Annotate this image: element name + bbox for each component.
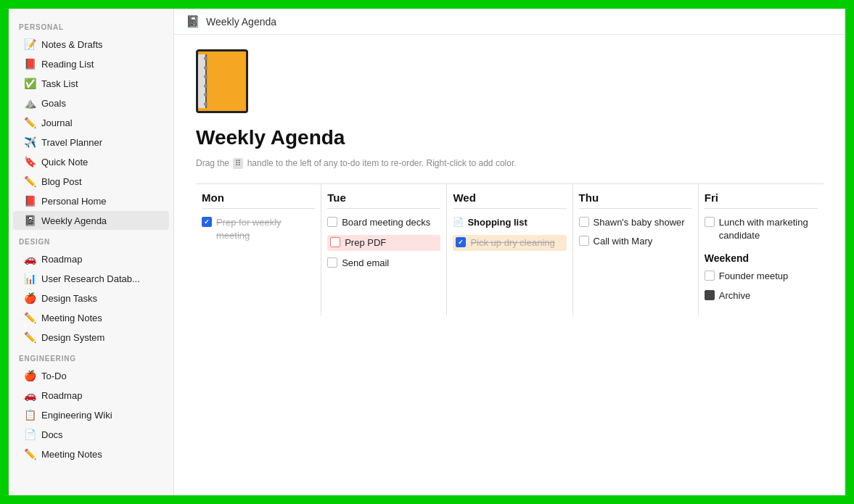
sidebar-item-engineering-wiki[interactable]: 📋 Engineering Wiki [13, 405, 169, 424]
task-list-icon: ✅ [23, 78, 36, 89]
design-roadmap-icon: 🚗 [23, 253, 36, 265]
checkbox-weekend-2[interactable] [705, 290, 715, 300]
day-header-wed: Wed [453, 191, 566, 209]
task-mon-1[interactable]: Prep for weekly meeting [202, 216, 315, 242]
hint-handle: ⠿ [233, 158, 243, 169]
engineering-wiki-icon: 📋 [23, 409, 36, 421]
content-area: Weekly Agenda Drag the ⠿ handle to the l… [174, 35, 845, 495]
sidebar-item-blog-post[interactable]: ✏️ Blog Post [13, 172, 169, 191]
sidebar-item-goals[interactable]: ⛰️ Goals [13, 94, 169, 112]
task-text-mon-1: Prep for weekly meeting [216, 216, 315, 242]
task-text-fri-1: Lunch with marketing candidate [719, 216, 818, 242]
day-col-thu: Thu Shawn's baby shower Call with Mary [573, 184, 699, 315]
travel-planner-icon: ✈️ [23, 136, 36, 148]
checkbox-weekend-1[interactable] [705, 270, 715, 281]
task-thu-1[interactable]: Shawn's baby shower [579, 216, 692, 229]
app-container: PERSONAL 📝 Notes & Drafts 📕 Reading List… [7, 7, 847, 497]
main-area: 📓 Weekly Agenda Weekly Agenda Drag the ⠿… [174, 9, 845, 495]
doc-icon-wed-1: 📄 [453, 217, 463, 227]
checkbox-fri-1[interactable] [705, 217, 715, 227]
journal-icon: ✏️ [23, 117, 36, 128]
sidebar-item-notes-drafts[interactable]: 📝 Notes & Drafts [13, 35, 169, 54]
sidebar-item-design-roadmap[interactable]: 🚗 Roadmap [13, 249, 169, 268]
sidebar-section-engineering: ENGINEERING [9, 347, 173, 365]
checkbox-wed-2[interactable] [456, 237, 466, 247]
eng-roadmap-icon: 🚗 [23, 389, 36, 401]
checkbox-mon-1[interactable] [202, 217, 212, 227]
user-research-icon: 📊 [23, 273, 36, 284]
sidebar-item-design-system[interactable]: ✏️ Design System [13, 328, 169, 347]
task-thu-2[interactable]: Call with Mary [579, 235, 692, 248]
personal-home-icon: 📕 [23, 195, 36, 207]
task-text-thu-2: Call with Mary [594, 235, 653, 248]
task-text-weekend-1: Founder meetup [719, 270, 788, 283]
hint-text: Drag the ⠿ handle to the left of any to-… [196, 158, 824, 169]
sidebar-item-todo[interactable]: 🍎 To-Do [13, 366, 169, 385]
sidebar-item-task-list[interactable]: ✅ Task List [13, 74, 169, 93]
day-header-thu: Thu [579, 191, 692, 209]
task-fri-1[interactable]: Lunch with marketing candidate [705, 216, 818, 242]
design-system-icon: ✏️ [23, 331, 36, 343]
day-col-wed: Wed 📄 Shopping list Pick up dry cleaning [447, 184, 572, 315]
task-text-tue-2: Prep PDF [345, 236, 386, 249]
checkbox-thu-1[interactable] [579, 217, 589, 227]
weekly-agenda-icon: 📓 [23, 215, 36, 226]
task-weekend-2[interactable]: Archive [705, 289, 818, 302]
sidebar-item-reading-list[interactable]: 📕 Reading List [13, 54, 169, 73]
day-header-fri: Fri [705, 191, 818, 209]
day-col-fri: Fri Lunch with marketing candidate Weeke… [699, 184, 824, 315]
meeting-notes-eng-icon: ✏️ [23, 448, 36, 460]
task-wed-1[interactable]: 📄 Shopping list [453, 216, 566, 229]
checkbox-tue-3[interactable] [327, 257, 337, 268]
sidebar-section-personal: PERSONAL [9, 16, 173, 34]
day-header-mon: Mon [202, 191, 315, 209]
checkbox-tue-2[interactable] [330, 237, 340, 247]
quick-note-icon: 🔖 [23, 156, 36, 168]
weekend-section-header: Weekend [705, 252, 818, 264]
sidebar-item-meeting-notes-design[interactable]: ✏️ Meeting Notes [13, 308, 169, 327]
task-text-wed-1: Shopping list [467, 216, 527, 229]
sidebar-item-quick-note[interactable]: 🔖 Quick Note [13, 152, 169, 171]
topbar-icon: 📓 [186, 15, 200, 28]
sidebar-item-meeting-notes-eng[interactable]: ✏️ Meeting Notes [13, 445, 169, 463]
task-weekend-1[interactable]: Founder meetup [705, 270, 818, 283]
sidebar-item-travel-planner[interactable]: ✈️ Travel Planner [13, 133, 169, 152]
sidebar-item-docs[interactable]: 📄 Docs [13, 425, 169, 444]
day-col-tue: Tue Board meeting decks Prep PDF Send em… [321, 184, 447, 315]
agenda-table: Mon Prep for weekly meeting Tue Board me… [196, 183, 824, 315]
sidebar-item-weekly-agenda[interactable]: 📓 Weekly Agenda [13, 211, 169, 230]
page-title: Weekly Agenda [196, 126, 824, 149]
task-text-thu-1: Shawn's baby shower [594, 216, 685, 229]
task-text-weekend-2: Archive [719, 289, 750, 302]
goals-icon: ⛰️ [23, 97, 36, 109]
sidebar-item-journal[interactable]: ✏️ Journal [13, 113, 169, 132]
checkbox-thu-2[interactable] [579, 236, 589, 246]
design-tasks-icon: 🍎 [23, 292, 36, 304]
sidebar-item-user-research[interactable]: 📊 User Research Datab... [13, 269, 169, 288]
task-text-tue-1: Board meeting decks [342, 216, 430, 229]
sidebar-item-eng-roadmap[interactable]: 🚗 Roadmap [13, 386, 169, 405]
checkbox-tue-1[interactable] [327, 217, 337, 227]
sidebar-item-design-tasks[interactable]: 🍎 Design Tasks [13, 289, 169, 307]
task-tue-1[interactable]: Board meeting decks [327, 216, 440, 229]
day-header-tue: Tue [327, 191, 440, 209]
task-tue-3[interactable]: Send email [327, 257, 440, 270]
task-tue-2[interactable]: Prep PDF [327, 235, 440, 251]
blog-post-icon: ✏️ [23, 175, 36, 187]
sidebar: PERSONAL 📝 Notes & Drafts 📕 Reading List… [9, 9, 174, 495]
task-wed-2[interactable]: Pick up dry cleaning [453, 235, 566, 251]
top-bar: 📓 Weekly Agenda [174, 9, 845, 35]
notes-drafts-icon: 📝 [23, 38, 36, 50]
task-text-tue-3: Send email [342, 257, 389, 270]
docs-icon: 📄 [23, 429, 36, 440]
meeting-notes-design-icon: ✏️ [23, 312, 36, 323]
page-icon [196, 49, 248, 113]
sidebar-item-personal-home[interactable]: 📕 Personal Home [13, 191, 169, 210]
sidebar-section-design: DESIGN [9, 231, 173, 249]
todo-icon: 🍎 [23, 370, 36, 381]
spiral-decoration [202, 51, 209, 111]
task-text-wed-2: Pick up dry cleaning [470, 236, 554, 249]
day-col-mon: Mon Prep for weekly meeting [196, 184, 321, 315]
page-title-topbar: Weekly Agenda [206, 16, 276, 28]
reading-list-icon: 📕 [23, 58, 36, 70]
